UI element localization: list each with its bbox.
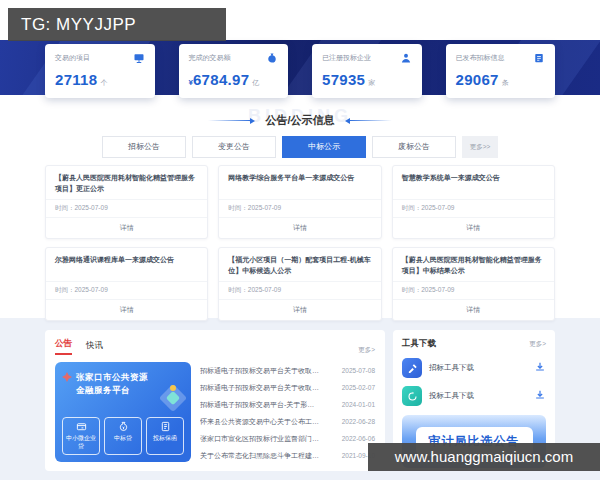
time-label: 时间： — [228, 286, 248, 293]
stats-row: 交易的项目 27118个 完成的交易额 ¥6784.97亿 已注册投标企业 57… — [45, 44, 555, 98]
tender-tool-icon — [402, 386, 422, 406]
detail-button[interactable]: 详情 — [46, 299, 207, 320]
time-label: 时间： — [55, 204, 75, 211]
title-arrow-right — [345, 118, 392, 124]
news-date: 2024-01-01 — [342, 401, 375, 408]
announcement-date: 2025-07-09 — [248, 204, 281, 211]
announcement-card[interactable]: 【蔚县人民医院医用耗材智能化精益管理服务项目】中标结果公示 时间：2025-07… — [392, 247, 555, 321]
tool-label: 投标工具下载 — [429, 391, 527, 401]
download-icon[interactable] — [534, 387, 546, 405]
stat-card-published-info: 已发布招标信息 29067条 — [446, 44, 556, 98]
news-date: 2022-06-06 — [342, 435, 375, 442]
detail-button[interactable]: 详情 — [393, 217, 554, 238]
announcement-title: 网络教学综合服务平台单一来源成交公告 — [219, 166, 380, 199]
news-list-item[interactable]: 招标通电子招投标交易平台关于收取… 2025-07-08 — [200, 362, 375, 379]
tab-change-announcement[interactable]: 变更公告 — [192, 136, 276, 158]
detail-button[interactable]: 详情 — [219, 217, 380, 238]
tools-more-link[interactable]: 更多> — [529, 340, 546, 349]
download-icon[interactable] — [534, 359, 546, 377]
news-panel: 公告 快讯 更多> 张家口市公共资源 金融服务平台 — [45, 330, 385, 471]
top-watermark: TG: MYYJJPP — [8, 8, 226, 41]
news-title: 张家口市宣化区招投标行业监督部门… — [200, 434, 319, 444]
moneybag-icon — [266, 52, 278, 64]
announcement-card[interactable]: 网络教学综合服务平台单一来源成交公告 时间：2025-07-09 详情 — [218, 165, 381, 239]
monitor-icon — [133, 52, 145, 64]
finance-banner-title-line2: 金融服务平台 — [76, 384, 148, 397]
guarantee-doc-icon — [160, 421, 171, 432]
stat-unit: 个 — [100, 79, 107, 86]
tab-award-publicity[interactable]: 中标公示 — [282, 136, 366, 158]
announcement-card[interactable]: 【蔚县人民医院医用耗材智能化精益管理服务项目】更正公示 时间：2025-07-0… — [45, 165, 208, 239]
news-list-item[interactable]: 招标通电子招投标交易平台关于收取… 2025-02-07 — [200, 379, 375, 396]
announcement-date: 2025-07-09 — [75, 204, 108, 211]
document-icon — [533, 52, 545, 64]
news-title: 怀来县公共资源交易中心关于公布工… — [200, 417, 319, 427]
news-list-item[interactable]: 关于公布常态化扫黑除恶斗争工程建… 2021-09-10 — [200, 447, 375, 464]
announcement-card[interactable]: 【福元小区项目（一期）配套项目工程-机械车位】中标候选人公示 时间：2025-0… — [218, 247, 381, 321]
title-arrow-left — [208, 118, 255, 124]
news-date: 2022-06-28 — [342, 418, 375, 425]
cube-illustration — [163, 388, 183, 408]
emblem-icon — [62, 372, 72, 382]
detail-button[interactable]: 详情 — [46, 217, 207, 238]
stat-card-trade-amount: 完成的交易额 ¥6784.97亿 — [179, 44, 289, 98]
finance-banner-title-line1: 张家口市公共资源 — [76, 371, 148, 384]
tabs-more-button[interactable]: 更多>> — [462, 136, 498, 158]
section-header: BIDDING 公告/公示信息 — [0, 106, 600, 130]
stat-unit: 亿 — [252, 79, 259, 86]
page-title: 公告/公示信息 — [265, 113, 334, 128]
stat-value: 29067 — [456, 71, 499, 88]
tools-title: 工具下载 — [402, 338, 436, 350]
stat-label: 已发布招标信息 — [456, 53, 505, 63]
time-label: 时间： — [402, 286, 422, 293]
news-date: 2025-02-07 — [342, 384, 375, 391]
time-label: 时间： — [402, 204, 422, 211]
news-list-item[interactable]: 怀来县公共资源交易中心关于公布工… 2022-06-28 — [200, 413, 375, 430]
wallet-icon — [76, 421, 87, 432]
stat-value: 27118 — [55, 71, 97, 88]
stat-value: 57935 — [322, 71, 365, 88]
news-more-link[interactable]: 更多> — [358, 346, 375, 355]
news-list-item[interactable]: 张家口市宣化区招投标行业监督部门… 2022-06-06 — [200, 430, 375, 447]
announcement-date: 2025-07-09 — [248, 286, 281, 293]
sme-loan-button[interactable]: 中小微企业贷 — [62, 417, 100, 455]
stat-value: 6784.97 — [193, 71, 249, 88]
sme-loan-label: 中小微企业贷 — [66, 435, 96, 449]
tool-label: 招标工具下载 — [429, 363, 527, 373]
announcement-tabs: 招标公告 变更公告 中标公示 废标公告 更多>> — [0, 136, 600, 158]
loan-bag-icon — [118, 421, 129, 432]
bottom-watermark: www.huanggmaiqiucn.com — [368, 443, 600, 471]
bid-guarantee-button[interactable]: 投标保函 — [146, 417, 184, 455]
news-title: 招标通电子招投标交易平台关于收取… — [200, 366, 319, 376]
tab-news-announcement[interactable]: 公告 — [55, 338, 72, 355]
news-list-item[interactable]: 招标通电子招投标交易平台-关于形… 2024-01-01 — [200, 396, 375, 413]
person-icon — [400, 52, 412, 64]
tab-cancelled-announcement[interactable]: 废标公告 — [372, 136, 456, 158]
time-label: 时间： — [55, 286, 75, 293]
announcement-title: 智慧教学系统单一来源成交公告 — [393, 166, 554, 199]
announcement-card[interactable]: 智慧教学系统单一来源成交公告 时间：2025-07-09 详情 — [392, 165, 555, 239]
announcement-date: 2025-07-09 — [75, 286, 108, 293]
tool-download-row[interactable]: 投标工具下载 — [402, 386, 546, 406]
news-date: 2025-07-08 — [342, 367, 375, 374]
stat-card-projects: 交易的项目 27118个 — [45, 44, 155, 98]
announcement-title: 【蔚县人民医院医用耗材智能化精益管理服务项目】更正公示 — [46, 166, 207, 199]
news-title: 关于公布常态化扫黑除恶斗争工程建… — [200, 451, 319, 461]
tab-bid-announcement[interactable]: 招标公告 — [102, 136, 186, 158]
announcement-grid: 【蔚县人民医院医用耗材智能化精益管理服务项目】更正公示 时间：2025-07-0… — [45, 165, 555, 321]
stat-label: 交易的项目 — [55, 53, 90, 63]
bid-tool-icon — [402, 358, 422, 378]
announcement-title: 尔雅网络通识课程库单一来源成交公告 — [46, 248, 207, 281]
award-loan-label: 中标贷 — [114, 435, 132, 441]
finance-service-banner[interactable]: 张家口市公共资源 金融服务平台 中小微企业贷 中标贷 — [55, 362, 191, 462]
tool-download-row[interactable]: 招标工具下载 — [402, 358, 546, 378]
detail-button[interactable]: 详情 — [219, 299, 380, 320]
announcement-card[interactable]: 尔雅网络通识课程库单一来源成交公告 时间：2025-07-09 详情 — [45, 247, 208, 321]
stat-label: 完成的交易额 — [189, 53, 231, 63]
tab-news-flash[interactable]: 快讯 — [86, 340, 103, 355]
bid-guarantee-label: 投标保函 — [153, 435, 177, 441]
award-loan-button[interactable]: 中标贷 — [104, 417, 142, 455]
detail-button[interactable]: 详情 — [393, 299, 554, 320]
news-title: 招标通电子招投标交易平台关于收取… — [200, 383, 319, 393]
announcement-date: 2025-07-09 — [421, 286, 454, 293]
